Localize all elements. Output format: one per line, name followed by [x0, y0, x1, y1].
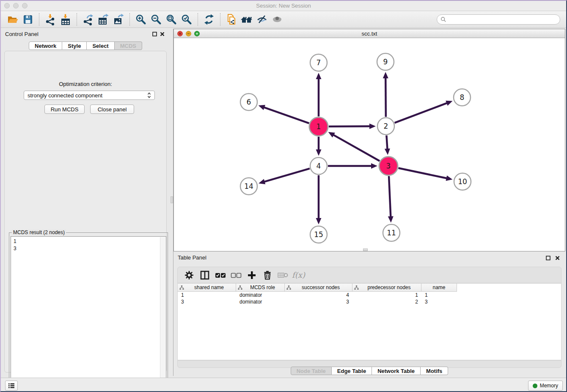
graph-edge-1-6[interactable] — [263, 107, 309, 123]
tab-network[interactable]: Network — [29, 41, 62, 50]
function-builder-button-disabled: f(x) — [291, 268, 306, 282]
table-cell[interactable]: 3 — [285, 298, 352, 305]
deselect-all-button[interactable] — [228, 268, 244, 282]
search-field[interactable] — [437, 14, 560, 25]
delete-column-button[interactable] — [259, 268, 275, 282]
node-table[interactable]: shared nameMCDS rolesuccessor nodesprede… — [177, 283, 561, 360]
tab-style[interactable]: Style — [62, 41, 87, 50]
zoom-in-icon — [135, 14, 147, 25]
search-input[interactable] — [446, 17, 560, 22]
close-table-panel-button[interactable] — [553, 254, 561, 261]
select-all-button[interactable] — [212, 268, 228, 282]
network-window-titlebar[interactable]: scc.txt — [174, 29, 565, 38]
memory-button[interactable]: Memory — [528, 381, 563, 391]
tab-mcds[interactable]: MCDS — [115, 41, 142, 50]
graph-edge-3-1[interactable] — [333, 135, 380, 161]
vertical-splitter[interactable] — [170, 29, 173, 376]
run-mcds-button[interactable]: Run MCDS — [44, 105, 85, 114]
graph-node-label-3: 3 — [386, 162, 391, 170]
graph-edge-arrowhead — [316, 73, 322, 79]
zoom-out-button[interactable] — [149, 13, 164, 26]
hide-graphics-button[interactable] — [254, 13, 270, 26]
table-cell[interactable]: 3 — [421, 298, 457, 305]
column-header-name[interactable]: name — [421, 284, 457, 292]
graph-node-label-6: 6 — [247, 98, 251, 106]
column-header-predecessor-nodes[interactable]: predecessor nodes — [352, 284, 421, 292]
float-icon — [152, 32, 157, 36]
table-cell[interactable]: 2 — [352, 298, 421, 305]
import-network-button[interactable] — [43, 13, 58, 26]
network-canvas[interactable]: 7968124314101511 — [174, 38, 565, 251]
mcds-result-list[interactable]: 13 — [11, 236, 166, 391]
refresh-icon — [203, 14, 215, 25]
graph-edge-2-8[interactable] — [395, 103, 448, 123]
export-table-button[interactable] — [96, 13, 111, 26]
table-cell[interactable]: 4 — [285, 292, 352, 298]
table-cell[interactable]: dominator — [236, 292, 285, 298]
import-table-button[interactable] — [58, 13, 73, 26]
graph-edge-arrowhead — [371, 163, 377, 169]
graph-edge-4-14[interactable] — [264, 168, 310, 182]
zoom-fit-button[interactable] — [164, 13, 179, 26]
table-cell[interactable]: 3 — [178, 298, 236, 305]
attribute-tree-icon — [354, 285, 359, 290]
cybrowser-button[interactable] — [239, 13, 254, 26]
column-header-shared-name[interactable]: shared name — [178, 284, 236, 292]
tab-motifs[interactable]: Motifs — [421, 367, 448, 375]
table-cell[interactable]: 1 — [352, 292, 421, 298]
graph-edge-3-10[interactable] — [398, 168, 447, 179]
memory-label: Memory — [540, 383, 558, 389]
table-cell[interactable]: 1 — [178, 292, 236, 298]
tab-node-table[interactable]: Node Table — [291, 367, 332, 375]
export-image-button[interactable] — [111, 13, 126, 26]
table-row[interactable]: 3dominator323 — [178, 298, 561, 305]
result-scrollbar[interactable] — [160, 237, 165, 390]
column-header-successor-nodes[interactable]: successor nodes — [285, 284, 352, 292]
split-view-button[interactable] — [197, 268, 212, 282]
optimization-criterion-select[interactable]: strongly connected component — [24, 91, 155, 100]
import-network-icon — [44, 14, 56, 25]
refresh-view-button[interactable] — [201, 13, 217, 26]
save-session-button[interactable] — [20, 13, 36, 26]
splitter-handle[interactable] — [171, 196, 173, 203]
float-panel-button[interactable] — [151, 30, 158, 37]
tab-edge-table[interactable]: Edge Table — [332, 367, 372, 375]
zoom-in-button[interactable] — [133, 13, 149, 26]
float-table-panel-button[interactable] — [544, 254, 552, 261]
export-network-button[interactable] — [80, 13, 96, 26]
canvas-resize-handle[interactable] — [363, 248, 368, 251]
task-history-button[interactable] — [5, 381, 18, 391]
close-mcds-panel-button[interactable]: Close panel — [90, 105, 134, 114]
graph-node-label-15: 15 — [314, 230, 323, 239]
add-column-button[interactable] — [244, 268, 259, 282]
zoom-selected-button[interactable] — [179, 13, 194, 26]
column-header-label: name — [423, 284, 455, 290]
column-header-mcds-role[interactable]: MCDS role — [236, 284, 285, 292]
attribute-tree-icon — [286, 285, 291, 290]
close-panel-button[interactable] — [158, 30, 166, 37]
tab-select[interactable]: Select — [87, 41, 114, 50]
table-cell[interactable]: dominator — [236, 298, 285, 305]
graph-edge-arrowhead — [446, 176, 452, 181]
graph-edge-arrowhead — [316, 218, 322, 224]
show-graphics-button[interactable] — [270, 13, 285, 26]
open-session-button[interactable] — [5, 13, 20, 26]
graph-edge-1-2[interactable] — [329, 126, 371, 127]
control-panel-tabs: NetworkStyleSelectMCDS — [1, 41, 170, 50]
graph-edge-2-3[interactable] — [386, 135, 387, 150]
table-row[interactable]: 1dominator411 — [178, 292, 561, 298]
search-icon — [440, 17, 446, 22]
graph-edge-3-11[interactable] — [389, 176, 391, 218]
graph-edge-arrowhead — [316, 149, 322, 156]
column-header-label: shared name — [184, 284, 234, 290]
graph-edge-2-9[interactable] — [385, 77, 386, 117]
zoom-selected-icon — [181, 14, 193, 25]
network-file-button[interactable] — [224, 13, 239, 26]
table-settings-button[interactable] — [181, 268, 197, 282]
export-image-icon — [113, 14, 124, 25]
tab-network-table[interactable]: Network Table — [372, 367, 421, 375]
open-folder-icon — [7, 14, 19, 25]
table-cell[interactable]: 1 — [421, 292, 457, 298]
graph-edge-arrowhead — [385, 149, 390, 155]
gear-icon — [184, 271, 194, 280]
